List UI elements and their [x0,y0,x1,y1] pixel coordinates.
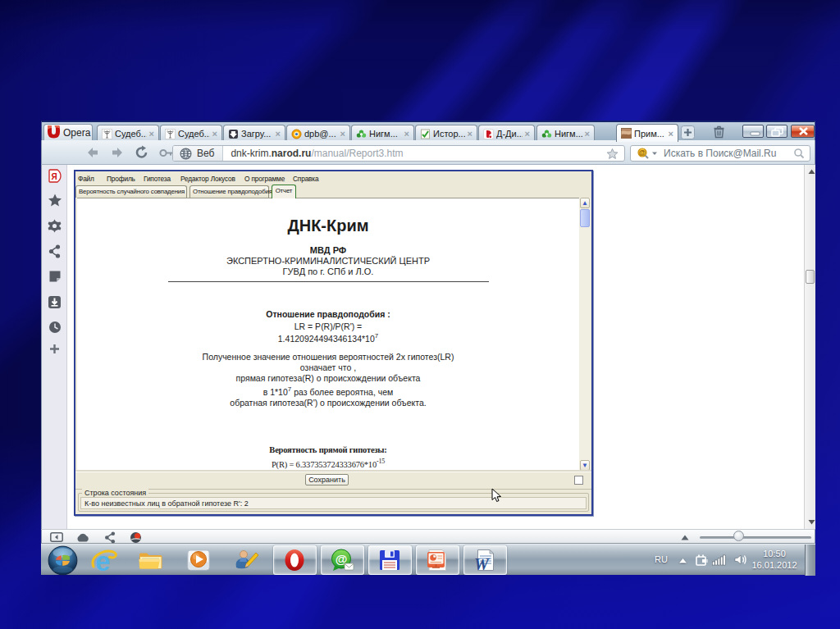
svg-text:W: W [474,555,490,572]
svg-text:Я: Я [51,172,57,181]
svg-text:@: @ [639,148,646,157]
